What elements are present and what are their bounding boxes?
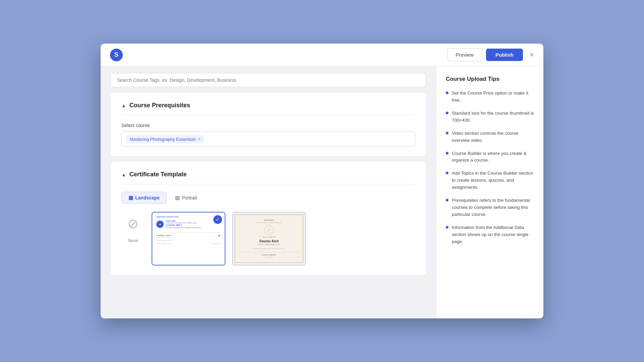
tips-title: Course Upload Tips (446, 76, 534, 82)
tip-dot-1 (446, 92, 448, 94)
landscape-icon: ▦ (128, 195, 133, 201)
cert-tabs: ▦ Landscape ▧ Portrait (121, 192, 415, 204)
cert-template-blue[interactable]: VERIFIED CERTIFICATE ✦ Tutor LMS CONGRAT… (152, 212, 225, 265)
selected-check-icon: ✓ (213, 215, 222, 224)
tab-portrait[interactable]: ▧ Portrait (168, 192, 204, 204)
gold-seal: ✓ (264, 225, 274, 235)
tip-item-4: Course Builder is where you create & org… (446, 150, 534, 164)
tag-remove-icon[interactable]: × (198, 136, 201, 142)
divider (121, 115, 415, 115)
tip-dot-3 (446, 132, 448, 134)
cert-emblem: ✦ (156, 221, 164, 228)
tip-item-3: Video section controls the course overvi… (446, 130, 534, 144)
tip-text-6: Prerequisites refers to the fundamental … (452, 197, 534, 218)
close-button[interactable]: × (530, 51, 534, 59)
tip-text-1: Set the Course Price option or make it f… (452, 90, 534, 104)
tip-item-5: Add Topics in the Course Builder section… (446, 170, 534, 191)
certificate-header: ▲ Certificate Template (121, 171, 415, 178)
tip-text-7: Information from the Additional Data sec… (452, 224, 534, 245)
tip-item-7: Information from the Additional Data sec… (446, 224, 534, 245)
cert-template-gold[interactable]: VERIFIED CERTIFICATE OF ACHIEVEMENT ✓ Th… (232, 212, 306, 265)
logo: S (110, 49, 123, 61)
tip-text-5: Add Topics in the Course Builder section… (452, 170, 534, 191)
cert-divider (121, 184, 415, 184)
tip-item-6: Prerequisites refers to the fundamental … (446, 197, 534, 218)
cert-chevron-up-icon: ▲ (121, 172, 126, 177)
prerequisites-title: Course Prerequisites (129, 102, 190, 109)
cert-none-option[interactable]: ⊘ None (121, 212, 145, 243)
certificate-card: ▲ Certificate Template ▦ Landscape ▧ Por… (111, 162, 426, 275)
tip-dot-7 (446, 226, 448, 229)
tip-item-1: Set the Course Price option or make it f… (446, 90, 534, 104)
portrait-icon: ▧ (175, 195, 180, 201)
tip-text-4: Course Builder is where you create & org… (452, 150, 534, 164)
main-content: ▲ Course Prerequisites Select course Mas… (101, 66, 436, 318)
tip-dot-2 (446, 112, 448, 114)
prerequisites-card: ▲ Course Prerequisites Select course Mas… (111, 93, 426, 156)
prerequisites-header: ▲ Course Prerequisites (121, 102, 415, 109)
header-actions: Preview Publish × (447, 48, 534, 61)
cert-label: VERIFIED CERTIFICATE (156, 216, 221, 218)
body: ▲ Course Prerequisites Select course Mas… (101, 66, 543, 318)
sidebar: Course Upload Tips Set the Course Price … (436, 66, 543, 318)
tip-text-2: Standard size for the course thumbnail i… (452, 110, 534, 124)
course-tag: Mastering Photography Essentials × (126, 135, 204, 143)
select-course-label: Select course (121, 123, 415, 128)
none-label: None (128, 238, 138, 243)
app-window: S Preview Publish × ▲ Course Prerequisit… (101, 44, 543, 318)
tip-item-2: Standard size for the course thumbnail i… (446, 110, 534, 124)
tip-text-3: Video section controls the course overvi… (452, 130, 534, 144)
publish-button[interactable]: Publish (486, 49, 523, 61)
tab-landscape[interactable]: ▦ Landscape (121, 192, 167, 204)
tip-dot-4 (446, 152, 448, 155)
certificate-title: Certificate Template (129, 171, 187, 178)
header: S Preview Publish × (101, 44, 543, 66)
tag-label: Mastering Photography Essentials (130, 137, 196, 142)
tip-dot-6 (446, 199, 448, 201)
none-icon: ⊘ (121, 212, 145, 235)
search-input[interactable] (111, 73, 426, 87)
search-container (101, 66, 436, 87)
cert-grid: ⊘ None VERIFIED CERTIFICATE ✦ (121, 212, 415, 265)
tag-input-area[interactable]: Mastering Photography Essentials × (121, 131, 415, 147)
cert-gold-preview: VERIFIED CERTIFICATE OF ACHIEVEMENT ✓ Th… (235, 215, 303, 263)
preview-button[interactable]: Preview (447, 48, 482, 61)
tip-dot-5 (446, 172, 448, 174)
chevron-up-icon: ▲ (121, 103, 126, 108)
